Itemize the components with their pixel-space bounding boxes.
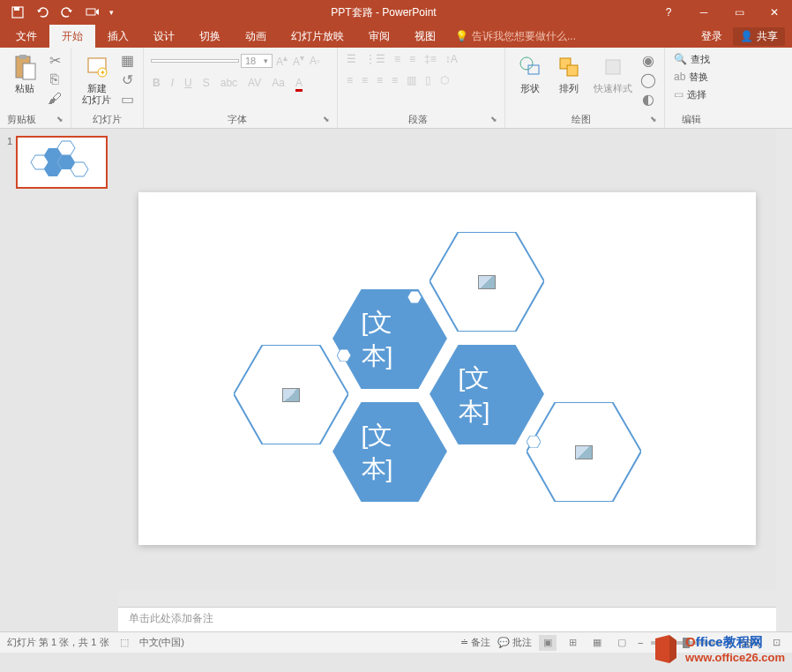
font-name-combo[interactable]	[151, 59, 239, 63]
editing-group-label: 编辑	[672, 111, 710, 126]
arrange-button[interactable]: 排列	[551, 51, 587, 96]
hex-text-label: [文本]	[362, 306, 419, 373]
spell-check-icon[interactable]: ⬚	[120, 637, 129, 648]
vertical-scrollbar[interactable]	[776, 129, 792, 631]
bullets-icon[interactable]: ☰	[345, 51, 358, 67]
undo-icon[interactable]	[32, 2, 53, 23]
change-case-icon[interactable]: Aa	[270, 75, 287, 91]
slide-counter[interactable]: 幻灯片 第 1 张，共 1 张	[7, 636, 109, 649]
section-icon[interactable]: ▭	[118, 90, 136, 108]
layout-icon[interactable]: ▦	[118, 51, 136, 69]
format-painter-icon[interactable]: 🖌	[46, 90, 64, 108]
decrease-indent-icon[interactable]: ≡	[392, 51, 402, 67]
shapes-button[interactable]: 形状	[512, 51, 548, 96]
copy-icon[interactable]: ⎘	[46, 71, 64, 88]
start-from-beginning-icon[interactable]	[81, 2, 102, 23]
slide-canvas[interactable]: [文本] [文本] [文本]	[118, 129, 776, 591]
paste-button[interactable]: 粘贴	[7, 51, 42, 96]
tab-insert[interactable]: 插入	[95, 25, 141, 48]
numbering-icon[interactable]: ⋮☰	[363, 51, 387, 67]
tab-review[interactable]: 审阅	[356, 25, 402, 48]
language-indicator[interactable]: 中文(中国)	[139, 636, 184, 649]
new-slide-button[interactable]: ✦ 新建 幻灯片	[78, 51, 115, 108]
increase-indent-icon[interactable]: ≡	[407, 51, 417, 67]
qat-dropdown-icon[interactable]: ▾	[106, 2, 116, 23]
help-icon[interactable]: ?	[651, 0, 686, 25]
redo-icon[interactable]	[56, 2, 78, 23]
slideshow-view-icon[interactable]: ▢	[613, 635, 631, 651]
shape-effects-icon[interactable]: ◐	[639, 90, 657, 108]
shadow-icon[interactable]: abc	[219, 75, 239, 91]
text-direction-icon[interactable]: ↕A	[444, 51, 460, 67]
reading-view-icon[interactable]: ▦	[588, 635, 606, 651]
italic-icon[interactable]: I	[169, 75, 176, 91]
tab-home[interactable]: 开始	[49, 25, 95, 48]
paragraph-dialog-launcher[interactable]: ⬊	[490, 115, 497, 123]
group-editing: 🔍查找 ab替换 ▭选择 编辑	[665, 48, 717, 128]
save-icon[interactable]	[7, 2, 28, 23]
slide-thumbnail[interactable]	[16, 136, 108, 189]
share-button[interactable]: 👤 共享	[733, 27, 785, 46]
hex-text-label: [文本]	[459, 362, 516, 429]
tab-file[interactable]: 文件	[4, 25, 49, 48]
hex-outline-left[interactable]	[234, 345, 348, 444]
notes-toggle[interactable]: ≐ 备注	[460, 636, 490, 649]
align-right-icon[interactable]: ≡	[375, 72, 385, 88]
align-center-icon[interactable]: ≡	[360, 72, 370, 88]
cut-icon[interactable]: ✂	[46, 51, 64, 69]
line-spacing-icon[interactable]: ‡≡	[422, 51, 438, 67]
hex-text-3[interactable]: [文本]	[332, 402, 447, 502]
justify-icon[interactable]: ≡	[390, 72, 400, 88]
font-dialog-launcher[interactable]: ⬊	[323, 115, 330, 123]
tab-view[interactable]: 视图	[402, 25, 448, 48]
tell-me-search[interactable]: 💡 告诉我您想要做什么...	[448, 29, 576, 44]
slide[interactable]: [文本] [文本] [文本]	[138, 192, 756, 545]
normal-view-icon[interactable]: ▣	[539, 635, 557, 651]
tab-animations[interactable]: 动画	[233, 25, 279, 48]
horizontal-scrollbar[interactable]	[118, 591, 776, 607]
svg-marker-27	[337, 349, 351, 362]
shape-fill-icon[interactable]: ◉	[639, 51, 657, 69]
tab-slideshow[interactable]: 幻灯片放映	[279, 25, 356, 48]
maximize-icon[interactable]: ▭	[721, 0, 757, 25]
comments-toggle[interactable]: 💬 批注	[497, 636, 532, 649]
find-button[interactable]: 🔍查找	[672, 51, 710, 67]
quick-styles-button[interactable]: 快速样式	[590, 51, 636, 96]
select-button[interactable]: ▭选择	[672, 86, 710, 102]
bold-icon[interactable]: B	[151, 75, 162, 91]
group-font: 18▾ A▴ A▾ A◦ B I U S abc AV Aa A 字体⬊	[144, 48, 338, 128]
notes-pane[interactable]: 单击此处添加备注	[118, 607, 776, 631]
sorter-view-icon[interactable]: ⊞	[564, 635, 581, 651]
minimize-icon[interactable]: ─	[686, 0, 721, 25]
tab-design[interactable]: 设计	[141, 25, 187, 48]
font-size-combo[interactable]: 18▾	[241, 54, 273, 68]
font-color-icon[interactable]: A	[294, 75, 304, 91]
login-link[interactable]: 登录	[701, 29, 722, 44]
svg-point-9	[520, 57, 533, 70]
tab-transitions[interactable]: 切换	[187, 25, 233, 48]
clear-format-icon[interactable]: A◦	[308, 53, 322, 69]
thumbnail-panel: 1	[0, 129, 118, 631]
window-controls: ? ─ ▭ ✕	[651, 0, 792, 25]
align-left-icon[interactable]: ≡	[345, 72, 355, 88]
align-text-icon[interactable]: ▯	[423, 72, 433, 88]
arrange-icon	[555, 53, 583, 81]
clipboard-dialog-launcher[interactable]: ⬊	[56, 115, 64, 123]
slides-group-label: 幻灯片	[78, 111, 136, 126]
drawing-dialog-launcher[interactable]: ⬊	[650, 115, 657, 123]
strikethrough-icon[interactable]: S	[201, 75, 212, 91]
new-slide-icon: ✦	[83, 53, 111, 81]
shape-outline-icon[interactable]: ◯	[639, 71, 657, 88]
close-icon[interactable]: ✕	[757, 0, 792, 25]
decrease-font-icon[interactable]: A▾	[291, 51, 306, 70]
increase-font-icon[interactable]: A▴	[274, 51, 289, 70]
spacing-icon[interactable]: AV	[246, 75, 263, 91]
zoom-out-icon[interactable]: −	[638, 638, 643, 648]
underline-icon[interactable]: U	[183, 75, 194, 91]
columns-icon[interactable]: ▥	[405, 72, 418, 88]
svg-marker-30	[669, 635, 676, 663]
smartart-icon[interactable]: ⬡	[438, 72, 451, 88]
replace-button[interactable]: ab替换	[672, 69, 710, 85]
svg-marker-17	[31, 155, 49, 169]
reset-icon[interactable]: ↺	[118, 71, 136, 88]
